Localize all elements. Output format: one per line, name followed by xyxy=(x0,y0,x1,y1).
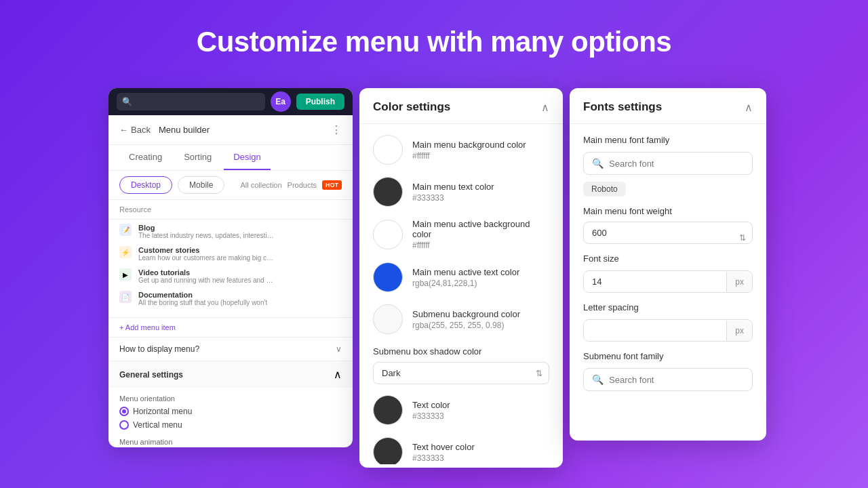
color-name-text: Main menu text color xyxy=(412,182,494,192)
color-panel-title: Color settings xyxy=(373,100,450,114)
fonts-panel-title: Fonts settings xyxy=(583,100,662,114)
shadow-section: Submenu box shadow color Dark Light None xyxy=(373,346,549,384)
color-row-active-bg[interactable]: Main menu active background color #fffff… xyxy=(373,219,549,250)
color-info-submenu-bg: Submenu background color rgba(255, 255, … xyxy=(412,309,520,330)
shopify-search-bar[interactable]: 🔍 xyxy=(117,93,265,110)
docs-title: Documentation xyxy=(138,291,267,299)
submenu-font-search-wrap[interactable]: 🔍 xyxy=(583,368,753,391)
vertical-radio[interactable]: Vertical menu xyxy=(119,420,342,430)
letter-spacing-row: px xyxy=(583,319,753,342)
color-swatch-active-bg xyxy=(373,220,403,249)
add-menu-item-btn[interactable]: + Add menu item xyxy=(108,318,353,338)
how-display-chevron: ∨ xyxy=(336,344,342,354)
color-swatch-submenu-bg xyxy=(373,304,403,334)
color-swatch-thc xyxy=(373,437,403,464)
all-collection-label[interactable]: All collection xyxy=(240,181,281,189)
font-search-wrap[interactable]: 🔍 xyxy=(583,152,753,175)
font-weight-label: Main menu font weight xyxy=(583,206,753,216)
how-display-text: How to display menu? xyxy=(119,344,199,354)
search-icon: 🔍 xyxy=(122,97,132,106)
color-panel: Color settings ∧ Main menu background co… xyxy=(359,88,563,468)
resource-item-docs: 📄 Documentation All the boring stuff tha… xyxy=(119,291,342,306)
color-value-submenu-bg: rgba(255, 255, 255, 0.98) xyxy=(412,321,520,330)
font-size-input[interactable] xyxy=(584,271,726,292)
color-swatch-tc xyxy=(373,395,403,425)
font-size-unit: px xyxy=(726,272,752,292)
main-font-family-label: Main menu font family xyxy=(583,135,753,145)
color-swatch-active-text xyxy=(373,262,403,292)
color-row-submenu-bg[interactable]: Submenu background color rgba(255, 255, … xyxy=(373,304,549,334)
color-row-text[interactable]: Main menu text color #333333 xyxy=(373,177,549,207)
resource-text-docs: Documentation All the boring stuff that … xyxy=(138,291,267,306)
submenu-font-search-icon: 🔍 xyxy=(592,374,604,385)
resource-text-blog: Blog The latest industry news, updates, … xyxy=(138,224,274,239)
desktop-tab[interactable]: Desktop xyxy=(119,176,172,194)
font-search-icon: 🔍 xyxy=(592,158,604,169)
general-settings-header[interactable]: General settings ∧ xyxy=(108,361,353,388)
color-value-bg: #ffffff xyxy=(412,151,526,161)
font-size-label: Font size xyxy=(583,253,753,264)
color-value-active-text: rgba(24,81,228,1) xyxy=(412,279,519,288)
color-row-active-text[interactable]: Main menu active text color rgba(24,81,2… xyxy=(373,262,549,292)
fonts-panel-body: Main menu font family 🔍 Roboto Main menu… xyxy=(570,124,766,437)
tab-creating[interactable]: Creating xyxy=(119,145,172,170)
color-row-bg[interactable]: Main menu background color #ffffff xyxy=(373,135,549,165)
resource-text-customers: Customer stories Learn how our customers… xyxy=(138,246,274,262)
hero-title: Customize menu with many options xyxy=(0,0,868,58)
videos-desc: Get up and running with new features and… xyxy=(138,277,274,284)
color-value-active-bg: #ffffff xyxy=(412,241,549,250)
horizontal-radio[interactable]: Horizontal menu xyxy=(119,407,342,416)
left-panel: 🔍 Ea Publish ← Back Menu builder ⋮ Creat… xyxy=(108,88,353,447)
blog-icon: 📝 xyxy=(119,224,132,236)
how-display-row[interactable]: How to display menu? ∨ xyxy=(108,338,353,361)
color-swatch-text xyxy=(373,177,403,207)
color-panel-header: Color settings ∧ xyxy=(359,88,563,124)
color-name-active-bg: Main menu active background color xyxy=(412,219,549,239)
settings-body: How to display menu? ∨ General settings … xyxy=(108,338,353,447)
general-settings-collapse-icon: ∧ xyxy=(334,368,342,381)
color-swatch-bg xyxy=(373,135,403,165)
color-row-thc[interactable]: Text hover color #333333 xyxy=(373,437,549,464)
orientation-radio-group: Horizontal menu Vertical menu xyxy=(119,407,342,430)
color-panel-collapse-btn[interactable]: ∧ xyxy=(541,101,549,114)
font-tag-roboto[interactable]: Roboto xyxy=(583,182,626,197)
color-name-bg: Main menu background color xyxy=(412,140,526,150)
font-search-input[interactable] xyxy=(609,159,744,169)
letter-spacing-label: Letter spacing xyxy=(583,302,753,312)
color-name-tc: Text color xyxy=(412,400,450,410)
shadow-select[interactable]: Dark Light None xyxy=(373,362,549,384)
more-options-icon[interactable]: ⋮ xyxy=(331,123,342,136)
settings-content: Menu orientation Horizontal menu Vertica… xyxy=(108,388,353,447)
color-row-tc[interactable]: Text color #333333 xyxy=(373,395,549,425)
general-settings-text: General settings xyxy=(119,370,183,380)
fonts-panel-collapse-btn[interactable]: ∧ xyxy=(745,101,753,114)
fonts-panel: Fonts settings ∧ Main menu font family 🔍… xyxy=(570,88,766,441)
color-info-thc: Text hover color #333333 xyxy=(412,442,475,463)
videos-icon: ▶ xyxy=(119,268,132,281)
blog-title: Blog xyxy=(138,224,274,232)
letter-spacing-input[interactable] xyxy=(584,320,726,341)
tab-sorting[interactable]: Sorting xyxy=(174,145,221,170)
blog-desc: The latest industry news, updates, inter… xyxy=(138,232,274,239)
submenu-font-search-input[interactable] xyxy=(609,375,744,385)
publish-button[interactable]: Publish xyxy=(296,94,344,110)
videos-title: Video tutorials xyxy=(138,268,274,277)
color-value-tc: #333333 xyxy=(412,411,450,421)
color-panel-body: Main menu background color #ffffff Main … xyxy=(359,124,563,464)
submenu-font-label: Submenu font family xyxy=(583,351,753,361)
products-label[interactable]: Products xyxy=(288,181,317,189)
horizontal-radio-dot xyxy=(119,407,129,416)
docs-icon: 📄 xyxy=(119,291,132,303)
color-value-thc: #333333 xyxy=(412,453,475,463)
shadow-select-wrapper: Dark Light None xyxy=(373,362,549,384)
resource-list: 📝 Blog The latest industry news, updates… xyxy=(108,220,353,318)
mobile-tab[interactable]: Mobile xyxy=(178,176,224,194)
color-name-active-text: Main menu active text color xyxy=(412,267,519,277)
horizontal-label: Horizontal menu xyxy=(133,407,192,416)
color-info-bg: Main menu background color #ffffff xyxy=(412,140,526,161)
font-weight-select[interactable]: 100 200 300 400 500 600 700 800 900 xyxy=(583,222,753,244)
customers-icon: ⚡ xyxy=(119,246,132,258)
back-button[interactable]: ← Back xyxy=(119,125,151,135)
resource-text-videos: Video tutorials Get up and running with … xyxy=(138,268,274,284)
tab-design[interactable]: Design xyxy=(224,145,270,170)
